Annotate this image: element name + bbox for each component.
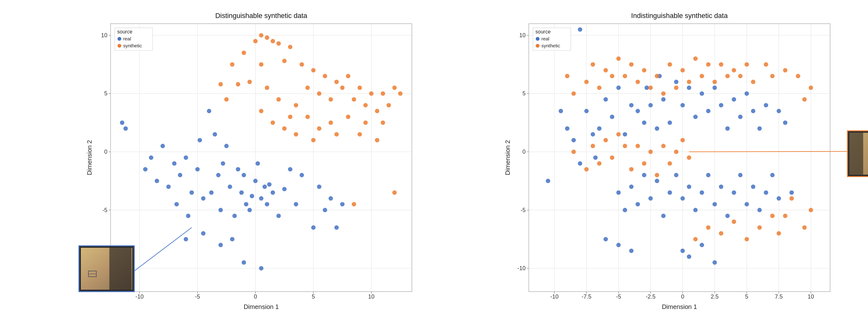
svg-point-82	[323, 208, 327, 212]
svg-point-95	[276, 41, 281, 46]
svg-point-85	[340, 202, 345, 206]
svg-point-328	[687, 155, 691, 160]
svg-point-61	[232, 214, 237, 218]
svg-point-347	[536, 44, 539, 48]
svg-point-330	[706, 225, 710, 230]
svg-point-313	[591, 144, 595, 148]
svg-point-51	[201, 196, 206, 201]
svg-point-138	[375, 138, 379, 142]
svg-text:0: 0	[104, 149, 107, 155]
svg-point-264	[751, 185, 755, 189]
svg-point-217	[629, 103, 633, 107]
svg-point-256	[700, 190, 704, 195]
svg-rect-153	[109, 248, 131, 290]
svg-point-56	[219, 208, 223, 212]
svg-point-240	[764, 103, 768, 107]
svg-point-325	[668, 161, 672, 166]
svg-point-54	[213, 132, 217, 137]
svg-point-331	[719, 231, 723, 236]
svg-point-60	[230, 237, 235, 241]
svg-point-287	[629, 62, 633, 67]
svg-point-316	[610, 155, 614, 160]
svg-point-125	[271, 120, 275, 125]
svg-point-129	[329, 120, 333, 125]
svg-point-270	[603, 237, 608, 241]
svg-point-224	[661, 97, 665, 102]
svg-point-106	[358, 85, 362, 90]
svg-text:-5: -5	[195, 293, 200, 300]
svg-point-73	[267, 182, 272, 186]
svg-point-39	[149, 155, 153, 160]
svg-point-135	[311, 138, 315, 142]
svg-point-63	[240, 190, 244, 195]
svg-point-104	[335, 80, 339, 84]
svg-point-327	[680, 138, 685, 142]
svg-point-263	[744, 202, 749, 206]
svg-point-136	[335, 132, 339, 137]
svg-point-319	[629, 167, 633, 171]
svg-point-130	[346, 114, 350, 119]
svg-point-75	[276, 214, 281, 218]
svg-text:5: 5	[522, 90, 526, 97]
svg-point-141	[219, 82, 223, 86]
svg-point-127	[305, 114, 310, 119]
svg-point-248	[649, 196, 653, 201]
svg-point-286	[623, 74, 627, 78]
svg-point-292	[661, 91, 665, 96]
svg-point-318	[623, 144, 627, 148]
svg-point-41	[160, 144, 165, 148]
svg-point-340	[809, 208, 813, 212]
svg-point-324	[661, 144, 665, 148]
svg-text:-5: -5	[102, 207, 107, 213]
svg-point-111	[305, 85, 310, 90]
svg-text:0: 0	[522, 149, 526, 155]
svg-point-231	[706, 109, 710, 113]
svg-point-317	[616, 132, 621, 137]
svg-point-255	[693, 208, 698, 212]
svg-text:-10: -10	[517, 265, 526, 272]
svg-point-62	[236, 167, 240, 171]
svg-point-123	[236, 82, 240, 86]
svg-point-93	[265, 35, 269, 40]
svg-point-307	[764, 62, 768, 67]
svg-point-46	[184, 155, 188, 160]
svg-point-101	[300, 62, 304, 67]
svg-point-83	[329, 196, 333, 201]
svg-point-64	[242, 173, 246, 177]
svg-point-109	[392, 85, 397, 90]
svg-point-58	[224, 144, 229, 148]
svg-point-282	[597, 85, 601, 90]
svg-point-219	[642, 120, 646, 125]
svg-point-84	[335, 225, 339, 230]
svg-point-76	[282, 187, 286, 191]
svg-point-48	[189, 190, 194, 195]
svg-point-140	[352, 202, 356, 206]
svg-point-90	[184, 237, 188, 241]
svg-point-45	[178, 173, 182, 177]
svg-point-252	[674, 173, 679, 177]
svg-point-65	[244, 202, 248, 206]
svg-point-272	[629, 249, 633, 253]
svg-point-102	[311, 68, 315, 73]
svg-line-349	[689, 151, 847, 152]
svg-point-36	[120, 120, 124, 125]
svg-point-312	[584, 167, 589, 171]
svg-point-206	[565, 126, 569, 131]
svg-point-47	[186, 214, 190, 218]
svg-point-110	[398, 91, 402, 96]
svg-point-311	[571, 150, 576, 154]
svg-point-126	[288, 114, 292, 119]
svg-point-78	[294, 202, 298, 206]
svg-point-296	[687, 80, 691, 84]
svg-point-261	[732, 190, 736, 195]
svg-text:-5: -5	[616, 293, 621, 300]
svg-point-320	[636, 144, 640, 148]
svg-point-293	[668, 62, 672, 67]
svg-point-214	[610, 114, 614, 119]
svg-point-134	[294, 132, 298, 137]
svg-point-89	[201, 231, 206, 236]
svg-point-81	[317, 185, 321, 189]
svg-point-290	[649, 85, 653, 90]
svg-point-92	[259, 33, 264, 38]
svg-point-74	[271, 190, 275, 195]
